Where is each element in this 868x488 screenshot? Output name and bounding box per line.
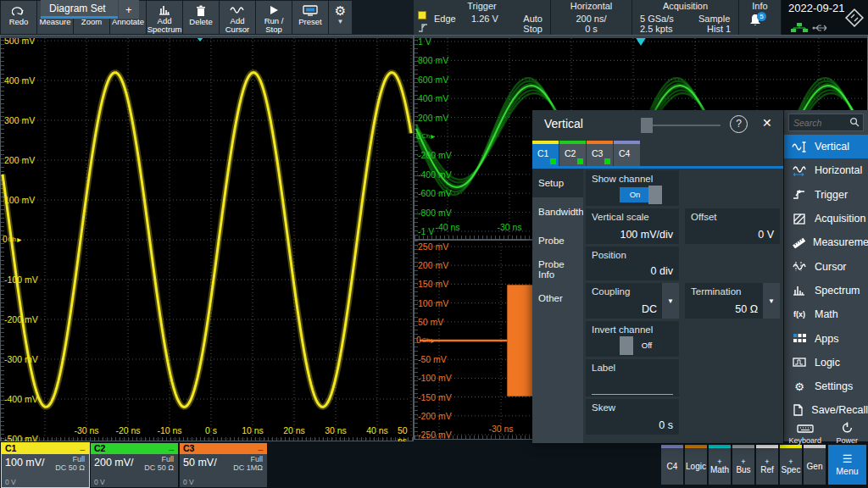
dialog-menu-other[interactable]: Other: [532, 284, 583, 313]
preset-button[interactable]: Preset: [292, 1, 328, 34]
diagram-set-tab-label[interactable]: Diagram Set: [41, 0, 118, 19]
help-button[interactable]: ?: [730, 115, 748, 133]
channel-zero-marker[interactable]: 0Ch▸: [416, 131, 435, 141]
sidebar-search[interactable]: [788, 114, 864, 131]
show-channel-toggle[interactable]: On: [620, 187, 664, 202]
coupling-dropdown-button[interactable]: ▼: [662, 283, 679, 319]
trigger-status[interactable]: Trigger Edge 1.26 V Auto Stop: [413, 0, 550, 35]
termination-value[interactable]: 50 Ω: [735, 303, 758, 315]
channel-color-stripe: [587, 141, 613, 144]
add-logic-button[interactable]: Logic: [685, 445, 707, 485]
x-axis-tick-label: 10 ns: [242, 425, 264, 435]
y-axis-tick-label: 800 mV: [418, 55, 448, 65]
add-diagram-tab-button[interactable]: +: [118, 0, 139, 19]
toggle-knob[interactable]: [648, 186, 662, 204]
keyboard-button[interactable]: Keyboard: [784, 421, 826, 441]
add-spec-button[interactable]: +Spec: [780, 445, 802, 485]
status-bar: Trigger Edge 1.26 V Auto Stop Horizontal…: [413, 0, 781, 35]
y-axis-tick-label: -250 mV: [418, 430, 452, 440]
delete-button[interactable]: Delete: [183, 1, 219, 34]
sidebar-item-settings[interactable]: ⚙Settings: [784, 374, 868, 398]
channel-badge-c1[interactable]: C1_100 mV/FullDC 50 Ω0 V: [2, 443, 89, 487]
sidebar-item-spectrum[interactable]: Spectrum: [784, 279, 868, 302]
channel-badge-c2[interactable]: C2_200 mV/FullDC 50 Ω0 V: [91, 443, 178, 487]
sidebar-item-horizontal[interactable]: Horizontal: [784, 158, 868, 182]
date-display: 2022-09-21: [788, 2, 845, 14]
channel-badge-c3[interactable]: C3_50 mV/FullDC 1MΩ0 V: [180, 443, 267, 487]
diagram-c1[interactable]: 500 mV400 mV300 mV200 mV100 mV-100 mV-20…: [0, 35, 414, 441]
minimize-icon[interactable]: _: [258, 441, 263, 451]
add-c4-button[interactable]: C4: [661, 445, 683, 485]
channel-tab-c4[interactable]: C4: [614, 141, 640, 166]
trigger-mode: Edge: [434, 14, 456, 24]
close-icon[interactable]: ✕: [762, 116, 772, 130]
redo-button[interactable]: Redo: [1, 1, 36, 34]
menu-button[interactable]: ☰ Menu: [828, 445, 866, 485]
dialog-menu-probe[interactable]: Probe: [532, 226, 583, 255]
channel-tab-c2[interactable]: C2: [559, 141, 586, 166]
sidebar-items: VerticalHorizontalTriggerAcquisitionMeas…: [784, 135, 868, 423]
add-math-button[interactable]: +Math: [709, 445, 731, 485]
toolbar-settings-button[interactable]: ⚙▼: [329, 1, 352, 34]
slider-handle[interactable]: [641, 118, 653, 133]
sidebar-item-measurement[interactable]: Measurement: [784, 230, 868, 254]
channel-tab-c1[interactable]: C1: [532, 141, 559, 166]
info-status[interactable]: Info 5: [738, 0, 781, 35]
position-field[interactable]: Position 0 div: [586, 247, 679, 280]
add-spectrum-icon: [158, 3, 171, 17]
invert-channel-toggle[interactable]: Off: [620, 338, 664, 353]
toggle-knob[interactable]: [620, 336, 633, 355]
vertical-scale-field[interactable]: Vertical scale 100 mV/div: [586, 208, 679, 244]
sidebar-item-vertical[interactable]: Vertical: [784, 135, 868, 158]
add-ref-button[interactable]: +Ref: [756, 445, 778, 485]
channel-tab-c3[interactable]: C3: [587, 141, 613, 166]
x-axis-tick-label: -30 ns: [74, 425, 98, 435]
add-spectrum-button[interactable]: Add Spectrum: [147, 1, 182, 34]
add-gen-button[interactable]: Gen: [804, 445, 826, 485]
coupling-value[interactable]: DC: [642, 303, 657, 315]
coupling-field[interactable]: Coupling DC ▼: [586, 283, 679, 319]
label-field[interactable]: Label: [586, 359, 679, 396]
show-channel-field[interactable]: Show channel On: [586, 170, 679, 206]
skew-value[interactable]: 0 s: [659, 419, 673, 431]
acquisition-status[interactable]: Acquisition 5 GSa/s 2.5 kpts Sample Hist…: [632, 0, 738, 35]
position-value[interactable]: 0 div: [651, 265, 673, 277]
channel-zero-marker[interactable]: 0Ch▸: [416, 336, 435, 345]
horizontal-status[interactable]: Horizontal 200 ns/ 0 s: [550, 0, 632, 35]
search-input[interactable]: [789, 118, 849, 128]
trigger-level: 1.26 V: [471, 14, 498, 24]
skew-label: Skew: [592, 402, 615, 413]
add-bus-button[interactable]: +Bus: [732, 445, 754, 485]
dialog-menu-probe-info[interactable]: Probe Info: [532, 255, 583, 284]
termination-dropdown-button[interactable]: ▼: [763, 283, 780, 319]
sidebar-item-math[interactable]: f(x)Math: [784, 302, 868, 326]
channel-bandwidth: Full: [250, 455, 263, 463]
skew-field[interactable]: Skew 0 s: [586, 399, 679, 435]
dialog-transparency-slider[interactable]: [643, 125, 721, 126]
offset-value[interactable]: 0 V: [758, 229, 774, 241]
y-axis-tick-label: -50 mV: [418, 354, 447, 364]
vertical-scale-label: Vertical scale: [592, 212, 649, 222]
y-axis-tick-label: -200 mV: [4, 314, 38, 324]
dialog-menu-bandwidth[interactable]: Bandwidth: [532, 197, 583, 226]
y-axis-tick-label: 200 mV: [418, 113, 448, 123]
minimize-icon[interactable]: _: [80, 441, 85, 451]
power-button[interactable]: Power: [826, 421, 868, 441]
termination-field[interactable]: Termination 50 Ω ▼: [685, 283, 780, 319]
add-cursor-button[interactable]: Add Cursor: [220, 1, 255, 34]
invert-channel-field[interactable]: Invert channel Off: [586, 321, 679, 357]
dialog-menu-setup[interactable]: Setup: [532, 169, 583, 197]
channel-zero-marker[interactable]: 0Ch▸: [3, 235, 21, 244]
diagram-set-tab[interactable]: Diagram Set +: [41, 0, 139, 19]
run-stop-button[interactable]: Run / Stop: [256, 1, 292, 34]
sidebar-item-logic[interactable]: Logic: [784, 351, 868, 374]
sidebar-item-trigger[interactable]: Trigger: [784, 183, 868, 207]
vertical-scale-value[interactable]: 100 mV/div: [620, 229, 673, 241]
y-axis-tick-label: -600 mV: [418, 188, 452, 198]
sidebar-item-apps[interactable]: Apps: [784, 326, 868, 350]
offset-field[interactable]: Offset 0 V: [685, 208, 780, 244]
sidebar-item-acquisition[interactable]: Acquisition: [784, 207, 868, 230]
sidebar-item-cursor[interactable]: Cursor: [784, 254, 868, 278]
minimize-icon[interactable]: _: [169, 441, 174, 451]
sidebar-item-save-recall[interactable]: Save/Recall: [784, 398, 868, 422]
